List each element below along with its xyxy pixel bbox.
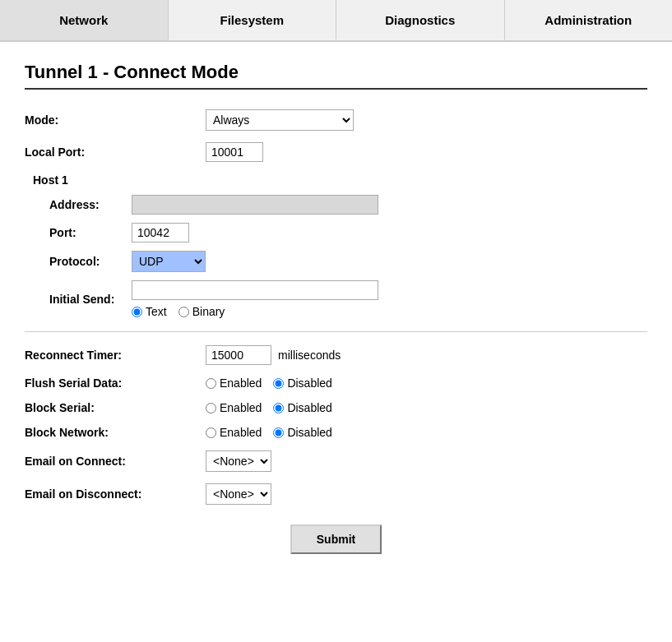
block-serial-disabled-radio[interactable] — [273, 403, 284, 413]
page-content: Tunnel 1 - Connect Mode Mode: Always On … — [0, 42, 672, 574]
milliseconds-label: milliseconds — [278, 349, 341, 362]
main-nav: Network Filesystem Diagnostics Administr… — [0, 0, 672, 42]
email-connect-row: Email on Connect: <None> — [25, 450, 647, 472]
block-serial-enabled-radio[interactable] — [206, 403, 216, 413]
email-disconnect-label: Email on Disconnect: — [25, 487, 206, 501]
flush-serial-row: Flush Serial Data: Enabled Disabled — [25, 376, 647, 390]
flush-serial-disabled-text: Disabled — [287, 376, 331, 390]
block-network-label: Block Network: — [25, 426, 206, 439]
text-radio-label[interactable]: Text — [132, 305, 167, 318]
mode-select[interactable]: Always On Demand Disabled — [206, 109, 354, 131]
block-serial-disabled-label[interactable]: Disabled — [273, 401, 331, 414]
submit-area: Submit — [25, 524, 647, 554]
submit-button[interactable]: Submit — [290, 524, 382, 554]
host1-fields: Address: Port: Protocol: UDP TCP Initial… — [25, 195, 647, 318]
local-port-row: Local Port: — [25, 142, 647, 162]
block-serial-group: Enabled Disabled — [206, 401, 332, 414]
mode-label: Mode: — [25, 113, 206, 127]
nav-filesystem[interactable]: Filesystem — [169, 0, 337, 40]
nav-administration[interactable]: Administration — [505, 0, 673, 40]
local-port-label: Local Port: — [25, 145, 206, 159]
block-network-disabled-radio[interactable] — [273, 427, 284, 438]
address-row: Address: — [49, 195, 647, 215]
flush-serial-group: Enabled Disabled — [206, 376, 332, 390]
initial-send-group: Text Binary — [132, 280, 378, 318]
host1-section: Host 1 Address: Port: Protocol: UDP TCP — [25, 173, 647, 318]
block-serial-enabled-label[interactable]: Enabled — [206, 401, 262, 414]
protocol-label: Protocol: — [49, 255, 132, 268]
email-disconnect-select[interactable]: <None> — [206, 483, 271, 505]
binary-radio-label[interactable]: Binary — [178, 305, 225, 318]
email-disconnect-row: Email on Disconnect: <None> — [25, 483, 647, 505]
block-network-enabled-radio[interactable] — [206, 427, 216, 438]
initial-send-input[interactable] — [132, 280, 378, 300]
address-label: Address: — [49, 198, 132, 211]
flush-serial-label: Flush Serial Data: — [25, 376, 206, 390]
protocol-select[interactable]: UDP TCP — [132, 251, 206, 272]
binary-radio[interactable] — [178, 307, 189, 317]
nav-diagnostics[interactable]: Diagnostics — [336, 0, 505, 40]
flush-serial-enabled-text: Enabled — [220, 376, 262, 390]
block-network-row: Block Network: Enabled Disabled — [25, 426, 647, 439]
port-input[interactable] — [132, 223, 189, 242]
email-connect-label: Email on Connect: — [25, 455, 206, 468]
block-network-group: Enabled Disabled — [206, 426, 332, 439]
reconnect-timer-row: Reconnect Timer: milliseconds — [25, 345, 647, 365]
section-divider — [25, 331, 647, 332]
host1-title: Host 1 — [25, 173, 647, 187]
nav-bar: Network Filesystem Diagnostics Administr… — [0, 0, 672, 42]
nav-network[interactable]: Network — [0, 0, 169, 40]
address-input[interactable] — [132, 195, 378, 215]
binary-radio-text: Binary — [192, 305, 225, 318]
block-serial-disabled-text: Disabled — [287, 401, 331, 414]
protocol-row: Protocol: UDP TCP — [49, 251, 647, 272]
block-serial-label: Block Serial: — [25, 401, 206, 414]
flush-serial-enabled-radio[interactable] — [206, 378, 216, 389]
reconnect-timer-label: Reconnect Timer: — [25, 349, 206, 362]
initial-send-label: Initial Send: — [49, 293, 132, 306]
reconnect-timer-input[interactable] — [206, 345, 271, 365]
text-binary-group: Text Binary — [132, 305, 378, 318]
flush-serial-disabled-radio[interactable] — [273, 378, 284, 389]
email-connect-select[interactable]: <None> — [206, 450, 271, 472]
block-network-enabled-label[interactable]: Enabled — [206, 426, 262, 439]
block-serial-enabled-text: Enabled — [220, 401, 262, 414]
mode-row: Mode: Always On Demand Disabled — [25, 109, 647, 131]
block-network-disabled-label[interactable]: Disabled — [273, 426, 331, 439]
text-radio[interactable] — [132, 307, 142, 317]
block-serial-row: Block Serial: Enabled Disabled — [25, 401, 647, 414]
initial-send-row: Initial Send: Text Binary — [49, 280, 647, 318]
flush-serial-disabled-label[interactable]: Disabled — [273, 376, 331, 390]
page-title: Tunnel 1 - Connect Mode — [25, 62, 647, 90]
flush-serial-enabled-label[interactable]: Enabled — [206, 376, 262, 390]
block-network-enabled-text: Enabled — [220, 426, 262, 439]
local-port-input[interactable] — [206, 142, 263, 162]
block-network-disabled-text: Disabled — [287, 426, 331, 439]
port-label: Port: — [49, 226, 132, 239]
port-row: Port: — [49, 223, 647, 242]
text-radio-text: Text — [146, 305, 167, 318]
